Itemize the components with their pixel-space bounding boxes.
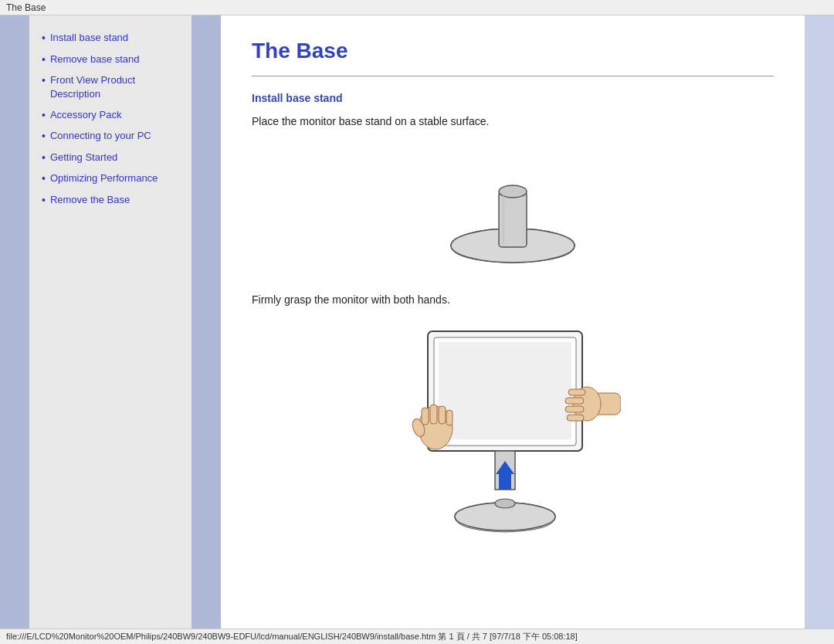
sidebar: Install base stand Remove base stand Fro… (29, 15, 192, 629)
title-bar-text: The Base (6, 2, 46, 13)
svg-rect-22 (565, 398, 584, 404)
svg-rect-23 (565, 406, 584, 412)
left-stripe (0, 15, 29, 629)
svg-rect-7 (439, 342, 571, 439)
svg-rect-24 (567, 415, 584, 421)
status-bar-text: file:///E/LCD%20Monitor%20OEM/Philips/24… (6, 631, 578, 642)
base-stand-illustration (436, 145, 590, 269)
svg-rect-16 (439, 406, 446, 424)
svg-rect-17 (446, 410, 453, 425)
sidebar-item: Front View Product Description (42, 73, 179, 101)
divider (252, 76, 774, 76)
base-stand-image-container (252, 145, 774, 269)
sidebar-link-install-base-stand[interactable]: Install base stand (50, 31, 128, 45)
sidebar-item: Remove base stand (42, 53, 179, 68)
page-heading: The Base (252, 39, 774, 63)
sidebar-item: Getting Started (42, 151, 179, 166)
sidebar-link-accessory-pack[interactable]: Accessory Pack (50, 108, 121, 122)
sidebar-item: Connecting to your PC (42, 129, 179, 144)
paragraph-2: Firmly grasp the monitor with both hands… (252, 292, 774, 308)
svg-point-3 (499, 185, 527, 198)
monitor-hands-image-container (252, 324, 774, 586)
status-bar: file:///E/LCD%20Monitor%20OEM/Philips/24… (0, 629, 834, 644)
sidebar-item: Accessory Pack (42, 108, 179, 124)
sidebar-link-remove-base-stand[interactable]: Remove base stand (50, 53, 140, 66)
monitor-hands-illustration (405, 324, 621, 586)
svg-rect-14 (422, 408, 429, 425)
svg-rect-2 (499, 192, 527, 247)
paragraph-1: Place the monitor base stand on a stable… (252, 114, 774, 130)
sidebar-link-remove-base[interactable]: Remove the Base (50, 193, 130, 207)
sidebar-link-optimizing[interactable]: Optimizing Performance (50, 171, 158, 185)
svg-rect-15 (430, 405, 437, 424)
left-hand (410, 405, 453, 449)
sidebar-item: Install base stand (42, 31, 179, 46)
sidebar-item: Remove the Base (42, 193, 179, 208)
sidebar-nav: Install base stand Remove base stand Fro… (42, 31, 179, 208)
right-hand (565, 387, 621, 421)
svg-point-12 (495, 499, 515, 508)
right-blue-stripe (192, 15, 221, 629)
main-layout: Install base stand Remove base stand Fro… (0, 15, 834, 629)
sidebar-link-front-view[interactable]: Front View Product Description (50, 73, 179, 101)
far-right-stripe (805, 15, 834, 629)
svg-rect-21 (568, 389, 585, 395)
main-content: The Base Install base stand Place the mo… (221, 15, 805, 629)
sidebar-item: Optimizing Performance (42, 171, 179, 187)
title-bar: The Base (0, 0, 834, 15)
sidebar-link-connecting[interactable]: Connecting to your PC (50, 129, 151, 143)
sidebar-link-getting-started[interactable]: Getting Started (50, 151, 117, 164)
section-heading: Install base stand (252, 92, 774, 104)
